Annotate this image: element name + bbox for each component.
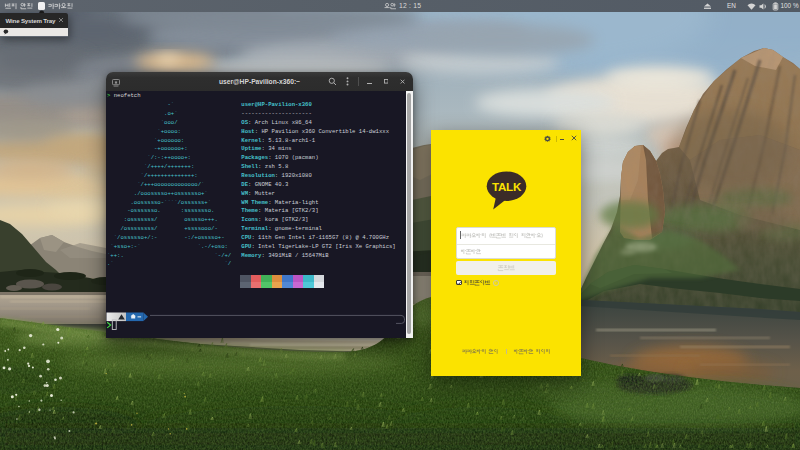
- svg-text:TALK: TALK: [491, 180, 521, 193]
- svg-text:?: ?: [494, 281, 496, 285]
